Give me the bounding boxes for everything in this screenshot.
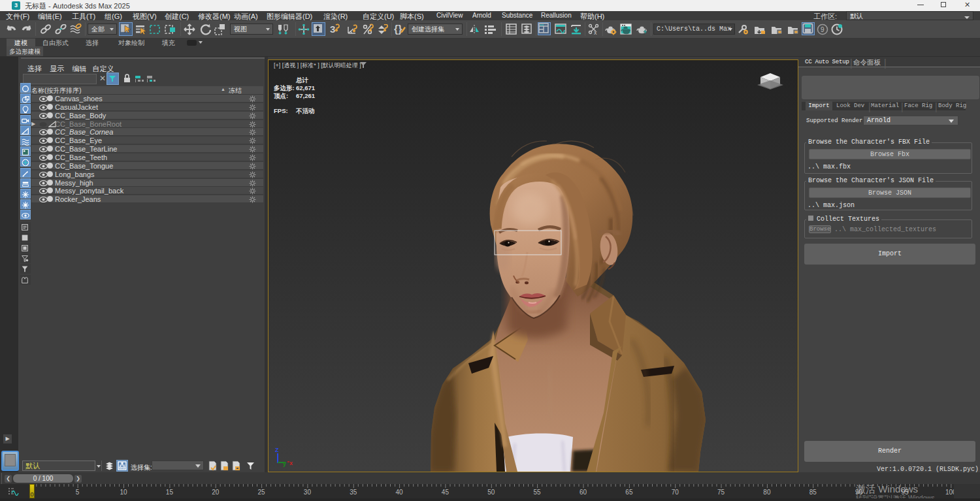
svg-text:Z: Z xyxy=(275,447,279,453)
svg-text:10: 10 xyxy=(120,489,127,496)
svg-text:65: 65 xyxy=(625,489,633,496)
svg-text:75: 75 xyxy=(717,489,725,496)
svg-text:25: 25 xyxy=(258,489,266,496)
svg-text:{}: {} xyxy=(394,24,402,35)
svg-text:45: 45 xyxy=(442,489,449,496)
svg-text:100: 100 xyxy=(945,489,954,496)
svg-text:35: 35 xyxy=(350,489,357,496)
svg-text:x: x xyxy=(594,29,597,35)
svg-text:55: 55 xyxy=(534,489,542,496)
svg-text:总计: 总计 xyxy=(295,76,309,84)
svg-text:15: 15 xyxy=(166,489,174,496)
svg-text:x: x xyxy=(289,460,293,466)
svg-text:9: 9 xyxy=(821,26,825,33)
svg-text:5: 5 xyxy=(76,489,80,496)
svg-text:40: 40 xyxy=(396,489,404,496)
svg-text:60: 60 xyxy=(580,489,587,496)
svg-text:30: 30 xyxy=(304,489,312,496)
svg-text:85: 85 xyxy=(809,489,817,496)
svg-text:70: 70 xyxy=(672,489,679,496)
svg-text:80: 80 xyxy=(763,489,771,496)
svg-text:y: y xyxy=(283,461,286,467)
svg-text:50: 50 xyxy=(487,489,495,496)
svg-text:20: 20 xyxy=(212,489,220,496)
svg-text:[+] [透视 ] [标准* ] [默认明暗处理 ]: [+] [透视 ] [标准* ] [默认明暗处理 ] xyxy=(274,62,361,69)
svg-text:3: 3 xyxy=(330,24,335,35)
